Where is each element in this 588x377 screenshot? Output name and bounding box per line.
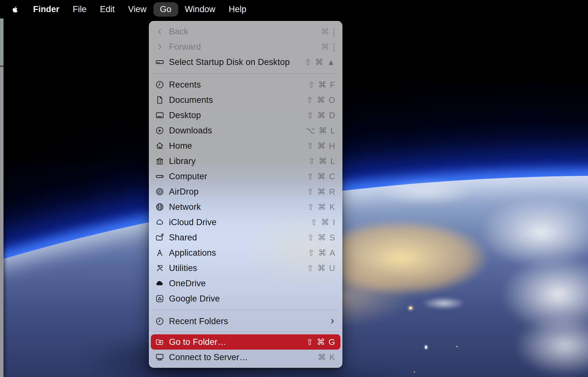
document-icon (155, 95, 164, 105)
menu-item-shortcut: ⇧ ⌘ I (311, 217, 336, 227)
menu-item-label: Applications (169, 248, 216, 258)
menu-item-airdrop[interactable]: AirDrop ⇧ ⌘ R (149, 184, 342, 199)
go-menu: Back ⌘ [ Forward ⌘ ] Select Startup Disk… (149, 21, 342, 368)
menu-item-label: Documents (169, 95, 213, 105)
menu-item-label: Downloads (169, 126, 212, 136)
menu-item-shortcut: ⇧ ⌘ F (308, 80, 336, 90)
network-globe-icon (155, 202, 164, 212)
menu-item-label: Utilities (169, 263, 197, 273)
menu-item-shortcut: ⌥ ⌘ L (305, 126, 336, 136)
menubar-item-finder[interactable]: Finder (26, 2, 66, 17)
menu-item-shortcut: ⇧ ⌘ G (306, 337, 336, 347)
cloud-patch (414, 295, 474, 312)
menu-item-recent-folders[interactable]: Recent Folders (149, 314, 342, 329)
menu-item-library[interactable]: Library ⇧ ⌘ L (149, 153, 342, 169)
menu-item-label: Shared (169, 233, 197, 243)
menu-item-back: Back ⌘ [ (149, 24, 342, 39)
menu-item-label: Library (169, 156, 196, 166)
menu-item-google-drive[interactable]: Google Drive (149, 291, 342, 306)
light-speck (368, 295, 369, 296)
menu-item-label: Google Drive (169, 294, 220, 304)
menu-item-icloud-drive[interactable]: iCloud Drive ⇧ ⌘ I (149, 215, 342, 230)
submenu-chevron-icon (329, 318, 336, 325)
applications-icon (155, 248, 164, 258)
menu-item-connect-to-server[interactable]: Connect to Server… ⌘ K (149, 350, 342, 365)
menu-separator (152, 73, 339, 74)
menu-item-shortcut: ⌘ K (318, 352, 336, 362)
menu-item-applications[interactable]: Applications ⇧ ⌘ A (149, 245, 342, 260)
utilities-icon (155, 263, 164, 273)
menu-item-shortcut: ⇧ ⌘ A (308, 248, 336, 258)
menu-item-label: Desktop (169, 110, 201, 120)
menu-separator (152, 331, 339, 332)
menu-item-shortcut: ⇧ ⌘ K (307, 202, 336, 212)
computer-icon (155, 172, 164, 181)
hard-drive-icon (155, 57, 164, 67)
menu-item-label: AirDrop (169, 187, 199, 197)
light-speck (414, 371, 415, 373)
home-icon (155, 141, 164, 151)
icloud-icon (155, 217, 164, 227)
connect-server-icon (155, 352, 164, 362)
menubar-item-file[interactable]: File (66, 2, 94, 17)
menu-bar: Finder File Edit View Go Window Help (0, 0, 588, 18)
background-window-edge (0, 18, 4, 377)
menu-item-label: Home (169, 141, 192, 151)
apple-menu[interactable] (11, 5, 19, 14)
menu-item-home[interactable]: Home ⇧ ⌘ H (149, 138, 342, 153)
clock-icon (155, 317, 164, 326)
menu-item-shortcut: ⇧ ⌘ R (307, 187, 336, 197)
menu-item-computer[interactable]: Computer ⇧ ⌘ C (149, 169, 342, 184)
menu-separator (152, 310, 339, 310)
light-speck (425, 346, 427, 349)
clock-icon (155, 80, 164, 89)
menu-item-label: Select Startup Disk on Desktop (169, 57, 290, 67)
go-to-folder-icon (155, 337, 164, 347)
menu-item-label: Go to Folder… (169, 337, 226, 347)
menu-item-select-startup-disk[interactable]: Select Startup Disk on Desktop ⇧ ⌘ ▲ (149, 54, 342, 70)
menu-item-shortcut: ⇧ ⌘ C (307, 172, 336, 181)
shared-folder-icon (155, 233, 164, 242)
menu-item-go-to-folder[interactable]: Go to Folder… ⇧ ⌘ G (151, 334, 340, 350)
menu-item-shared[interactable]: Shared ⇧ ⌘ S (149, 230, 342, 245)
desktop-window-icon (155, 110, 164, 120)
menu-item-desktop[interactable]: Desktop ⇧ ⌘ D (149, 108, 342, 123)
menu-item-shortcut: ⌘ [ (321, 27, 336, 37)
menu-item-label: Recent Folders (169, 317, 228, 326)
menubar-item-view[interactable]: View (122, 2, 153, 17)
menu-item-label: Network (169, 202, 201, 212)
menu-item-label: Computer (169, 172, 207, 181)
library-columns-icon (155, 156, 164, 166)
menu-item-forward: Forward ⌘ ] (149, 39, 342, 54)
menu-item-label: Forward (169, 42, 201, 52)
menu-item-label: iCloud Drive (169, 217, 216, 227)
menu-item-network[interactable]: Network ⇧ ⌘ K (149, 199, 342, 215)
background-window-edge-top (0, 18, 4, 67)
menu-item-shortcut: ⇧ ⌘ U (307, 263, 336, 273)
menu-item-label: Connect to Server… (169, 352, 248, 362)
menu-item-label: OneDrive (169, 279, 206, 288)
menu-item-onedrive[interactable]: OneDrive (149, 276, 342, 291)
menu-item-recents[interactable]: Recents ⇧ ⌘ F (149, 77, 342, 92)
menubar-item-edit[interactable]: Edit (93, 2, 122, 17)
chevron-left-icon (155, 27, 164, 36)
menu-item-shortcut: ⇧ ⌘ O (306, 95, 336, 105)
menu-item-shortcut: ⇧ ⌘ L (308, 156, 336, 166)
google-drive-icon (155, 294, 164, 303)
menu-item-shortcut: ⇧ ⌘ S (307, 233, 336, 243)
menu-item-downloads[interactable]: Downloads ⌥ ⌘ L (149, 123, 342, 138)
menu-item-shortcut: ⇧ ⌘ ▲ (304, 57, 336, 67)
menu-item-label: Recents (169, 80, 201, 90)
menu-item-documents[interactable]: Documents ⇧ ⌘ O (149, 92, 342, 108)
menubar-item-window[interactable]: Window (178, 2, 222, 17)
light-speck (456, 346, 458, 347)
chevron-right-icon (155, 42, 164, 52)
airdrop-icon (155, 187, 164, 196)
menubar-item-go[interactable]: Go (153, 2, 178, 17)
menu-item-shortcut: ⌘ ] (321, 42, 336, 52)
menubar-item-help[interactable]: Help (222, 2, 253, 17)
menu-item-utilities[interactable]: Utilities ⇧ ⌘ U (149, 260, 342, 276)
menu-item-shortcut: ⇧ ⌘ D (307, 110, 336, 120)
apple-logo-icon (11, 5, 19, 14)
desktop: Finder File Edit View Go Window Help Bac… (0, 0, 588, 377)
